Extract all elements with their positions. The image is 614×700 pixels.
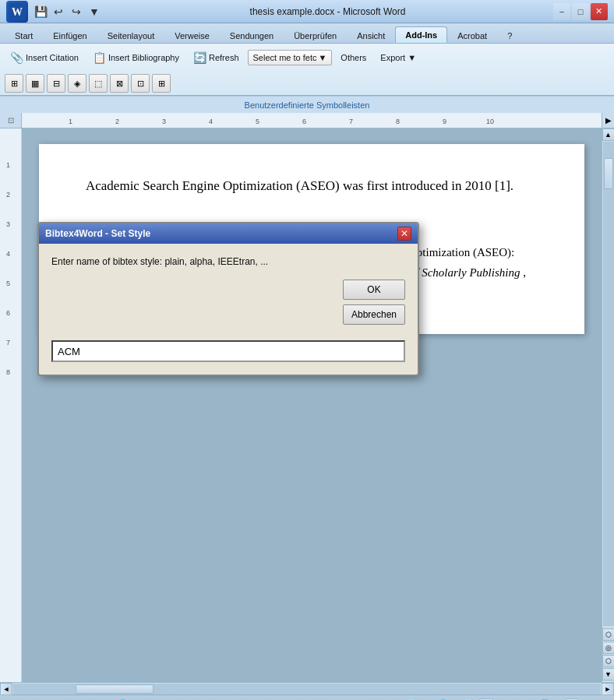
svg-text:5: 5 — [6, 280, 10, 287]
tab-addins[interactable]: Add-Ins — [395, 26, 447, 43]
toolbar-btn-8[interactable]: ⊞ — [152, 74, 171, 93]
svg-text:3: 3 — [162, 118, 166, 125]
tab-sendungen[interactable]: Sendungen — [220, 27, 284, 43]
svg-text:1: 1 — [6, 161, 10, 169]
svg-text:8: 8 — [6, 368, 10, 376]
right-scrollbar: ▲ ⬡ ◎ ⬡ ▼ — [602, 128, 614, 682]
select-dropdown[interactable]: Select me to fetc ▼ — [248, 50, 333, 65]
refresh-label: Refresh — [209, 53, 239, 62]
bottom-scrollbar: ◄ ► — [0, 682, 614, 695]
export-arrow-icon: ▼ — [408, 53, 416, 62]
refresh-icon: 🔄 — [193, 51, 206, 64]
svg-text:6: 6 — [302, 118, 306, 125]
tab-ansicht[interactable]: Ansicht — [347, 27, 395, 43]
svg-text:3: 3 — [6, 220, 10, 228]
svg-text:1: 1 — [69, 118, 72, 125]
insert-citation-label: Insert Citation — [26, 53, 79, 62]
toolbar-btn-1[interactable]: ⊞ — [5, 74, 23, 93]
vertical-ruler: 1 2 3 4 5 6 7 8 — [0, 128, 22, 682]
ruler-scroll-right-btn[interactable]: ▶ — [602, 113, 614, 128]
toolbar-btn-3[interactable]: ⊟ — [47, 74, 65, 93]
hscroll-left-button[interactable]: ◄ — [0, 683, 12, 695]
ribbon-row1: 📎 Insert Citation 📋 Insert Bibliography … — [0, 44, 614, 72]
document-main-text: Academic Search Engine Optimization (ASE… — [86, 175, 538, 196]
document-scroll-area[interactable]: Academic Search Engine Optimization (ASE… — [22, 128, 602, 682]
toolbar-btn-2[interactable]: ▦ — [26, 74, 44, 93]
hscroll-thumb[interactable] — [76, 684, 154, 694]
svg-text:6: 6 — [6, 309, 10, 317]
tab-start[interactable]: Start — [5, 27, 43, 43]
scroll-up-button[interactable]: ▲ — [602, 128, 615, 141]
scrollbar-thumb[interactable] — [604, 158, 613, 189]
redo-quick-btn[interactable]: ↪ — [69, 4, 84, 19]
tab-help[interactable]: ? — [497, 27, 522, 43]
ruler-corner[interactable]: ⊡ — [0, 113, 22, 128]
toolbar-btn-6[interactable]: ⊠ — [110, 74, 129, 93]
svg-text:4: 4 — [6, 250, 10, 258]
scroll-next-page-button[interactable]: ⬡ — [602, 655, 615, 667]
tab-einfuegen[interactable]: Einfügen — [43, 27, 97, 43]
insert-citation-icon: 📎 — [10, 51, 23, 64]
scroll-select-page-button[interactable]: ◎ — [602, 642, 615, 654]
ribbon-row2: ⊞ ▦ ⊟ ◈ ⬚ ⊠ ⊡ ⊞ — [0, 72, 614, 95]
svg-text:5: 5 — [256, 118, 259, 125]
svg-text:4: 4 — [209, 118, 213, 125]
close-button[interactable]: ✕ — [591, 3, 608, 20]
svg-text:10: 10 — [486, 118, 494, 125]
export-button[interactable]: Export ▼ — [375, 50, 422, 65]
dialog-cancel-button[interactable]: Abbrechen — [343, 304, 405, 325]
svg-rect-2 — [22, 113, 602, 128]
svg-text:2: 2 — [6, 191, 10, 199]
ruler-container: ⊡ 1 2 3 4 5 6 7 8 9 10 ▶ — [0, 113, 614, 128]
dropdown-arrow-icon: ▼ — [318, 53, 326, 62]
dialog-body: Enter name of bibtex style: plain, alpha… — [39, 244, 418, 375]
svg-text:2: 2 — [115, 118, 119, 125]
insert-bibliography-icon: 📋 — [93, 51, 106, 64]
tab-ueberprufen[interactable]: Überprüfen — [284, 27, 347, 43]
undo-quick-btn[interactable]: ↩ — [51, 4, 66, 19]
customize-toolbar-label: Benutzerdefinierte Symbolleisten — [245, 100, 370, 110]
title-bar: W 💾 ↩ ↪ ▼ thesis example.docx - Microsof… — [0, 0, 614, 23]
svg-text:7: 7 — [6, 339, 10, 346]
qa-dropdown-btn[interactable]: ▼ — [86, 4, 102, 19]
dialog-close-button[interactable]: ✕ — [397, 227, 411, 241]
insert-citation-button[interactable]: 📎 Insert Citation — [5, 48, 84, 67]
bibtex-style-dialog: Bibtex4Word - Set Style ✕ Enter name of … — [37, 222, 419, 376]
dialog-titlebar: Bibtex4Word - Set Style ✕ — [39, 223, 418, 244]
dialog-input-area — [51, 334, 405, 362]
tab-acrobat[interactable]: Acrobat — [447, 27, 497, 43]
scrollbar-track[interactable] — [603, 142, 614, 626]
scrollbar-bottom-buttons: ⬡ ◎ ⬡ ▼ — [602, 627, 615, 682]
customize-toolbar-bar[interactable]: Benutzerdefinierte Symbolleisten — [0, 96, 614, 113]
dialog-style-input[interactable] — [51, 340, 405, 362]
svg-text:7: 7 — [349, 118, 353, 125]
tab-verweise[interactable]: Verweise — [164, 27, 220, 43]
save-quick-btn[interactable]: 💾 — [33, 4, 48, 19]
horizontal-ruler: 1 2 3 4 5 6 7 8 9 10 — [22, 113, 602, 128]
toolbar-btn-5[interactable]: ⬚ — [89, 74, 108, 93]
ribbon-tabs: Start Einfügen Seitenlayout Verweise Sen… — [0, 23, 614, 44]
svg-text:9: 9 — [443, 118, 446, 125]
toolbar-btn-7[interactable]: ⊡ — [131, 74, 150, 93]
word-icon: W — [6, 1, 28, 23]
others-button[interactable]: Others — [335, 50, 372, 65]
window-controls: − □ ✕ — [553, 3, 608, 20]
refresh-button[interactable]: 🔄 Refresh — [188, 48, 245, 67]
hscroll-track[interactable] — [13, 684, 601, 695]
others-label: Others — [341, 53, 366, 62]
hscroll-right-button[interactable]: ► — [602, 683, 614, 695]
dialog-ok-button[interactable]: OK — [343, 280, 405, 300]
svg-text:8: 8 — [396, 118, 400, 125]
minimize-button[interactable]: − — [553, 3, 570, 20]
tab-seitenlayout[interactable]: Seitenlayout — [97, 27, 165, 43]
insert-bibliography-button[interactable]: 📋 Insert Bibliography — [87, 48, 185, 67]
scroll-prev-page-button[interactable]: ⬡ — [602, 628, 615, 641]
dialog-message: Enter name of bibtex style: plain, alpha… — [51, 256, 405, 267]
scroll-down-button[interactable]: ▼ — [602, 668, 615, 681]
dialog-title: Bibtex4Word - Set Style — [45, 228, 150, 239]
toolbar-btn-4[interactable]: ◈ — [68, 74, 86, 93]
export-label: Export — [380, 53, 405, 62]
svg-rect-14 — [0, 128, 22, 682]
maximize-button[interactable]: □ — [572, 3, 589, 20]
window-title: thesis example.docx - Microsoft Word — [250, 6, 406, 17]
